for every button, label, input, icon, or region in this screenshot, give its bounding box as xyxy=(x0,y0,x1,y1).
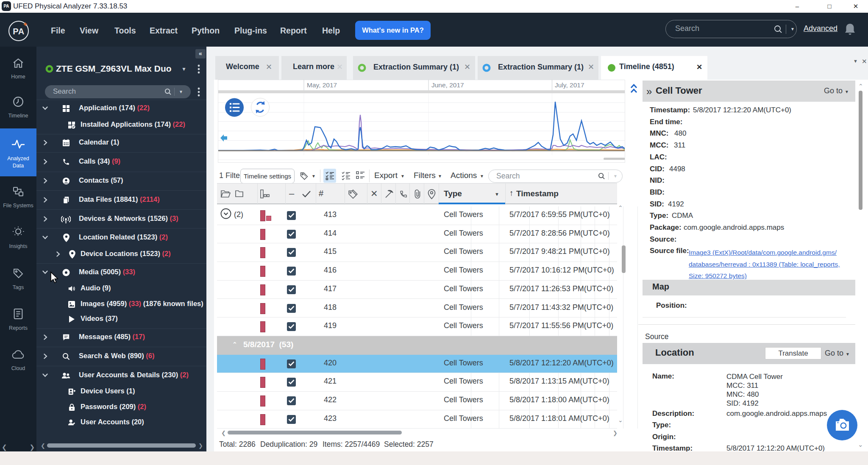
svg-text:June, 2017: June, 2017 xyxy=(431,81,464,89)
svg-text:May, 2017: May, 2017 xyxy=(307,81,337,89)
svg-text:July, 2017: July, 2017 xyxy=(555,81,584,89)
